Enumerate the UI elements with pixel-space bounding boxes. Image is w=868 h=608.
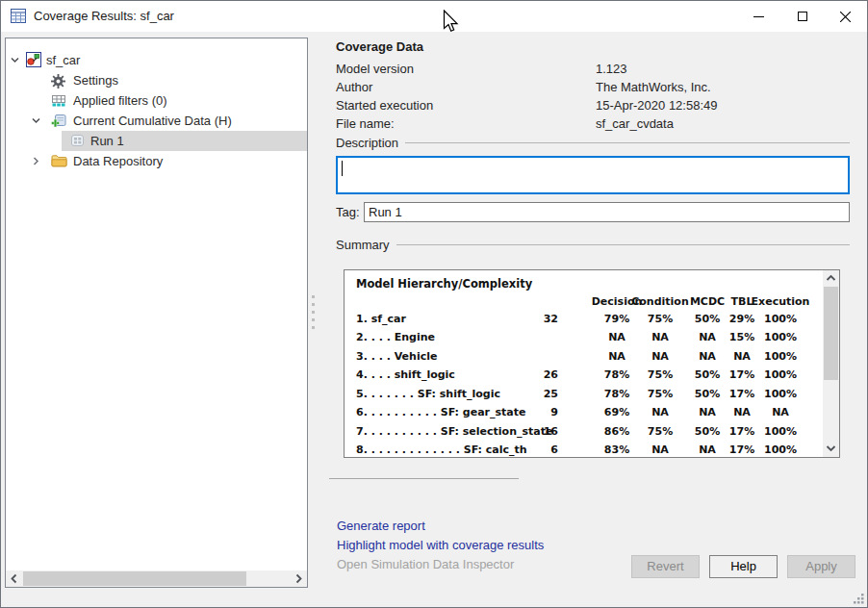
cell-decision: NA [608, 349, 625, 364]
row-name: 2. . . . Engine [356, 330, 435, 344]
links-divider [329, 478, 519, 479]
cell-complexity: 6 [518, 443, 558, 457]
tag-input[interactable]: Run 1 [364, 202, 850, 222]
cell-complexity: 26 [518, 367, 558, 382]
cell-condition: 75% [648, 312, 673, 326]
field-label: File name: [336, 114, 395, 133]
tree-item-run-1[interactable]: Run 1 [6, 131, 307, 151]
coverage-detail-panel: Coverage Data Model version 1.123 Author… [336, 32, 855, 608]
field-value: 15-Apr-2020 12:58:49 [596, 96, 717, 114]
tree-item-label: Run 1 [90, 134, 124, 148]
text-caret [342, 161, 343, 176]
cell-condition: 75% [648, 367, 673, 382]
scroll-up-icon[interactable] [825, 272, 837, 286]
summary-heading: Summary [336, 238, 390, 252]
maximize-button[interactable] [780, 1, 824, 32]
close-button[interactable] [824, 1, 867, 32]
chevron-right-icon[interactable] [31, 156, 41, 169]
row-name: 1. sf_car [356, 312, 406, 326]
minimize-button[interactable] [737, 1, 780, 32]
field-row: File name: sf_car_cvdata [336, 114, 850, 133]
cell-condition: 75% [648, 387, 673, 401]
revert-button[interactable]: Revert [631, 555, 700, 578]
cell-condition: NA [651, 405, 669, 419]
panel-splitter[interactable] [310, 295, 316, 340]
tree-item-label: Settings [73, 73, 118, 88]
results-tree: sf_car S [5, 38, 308, 588]
cell-execution: 100% [764, 387, 797, 401]
folder-icon [51, 154, 66, 167]
column-header: TBL [731, 295, 753, 308]
field-label: Started execution [336, 96, 433, 114]
tree-item-data-repository[interactable]: Data Repository [6, 151, 307, 171]
description-section-header: Description [336, 136, 850, 150]
row-name: 5. . . . . . . SF: shift_logic [356, 387, 500, 401]
cell-decision: 78% [604, 367, 629, 382]
tree-item-settings[interactable]: Settings [6, 70, 307, 90]
hscroll-thumb[interactable] [23, 571, 246, 586]
cell-tbl: 17% [729, 387, 754, 401]
cell-execution: 100% [764, 330, 797, 344]
cell-decision: 83% [604, 443, 629, 457]
scroll-down-icon[interactable] [825, 442, 837, 455]
help-button[interactable]: Help [709, 555, 778, 578]
cell-execution: 100% [764, 312, 797, 326]
cell-tbl: NA [733, 349, 751, 364]
description-input[interactable] [336, 156, 850, 194]
apply-button[interactable]: Apply [787, 555, 855, 578]
scroll-left-icon[interactable] [8, 572, 21, 585]
table-row: 8. . . . . . . . . . . . . SF: calc_th 6… [345, 443, 822, 457]
summary-table-title: Model Hierarchy/Complexity [356, 277, 532, 291]
coverage-data-heading: Coverage Data [336, 39, 423, 54]
scroll-right-icon[interactable] [292, 572, 305, 585]
cell-execution: 100% [764, 424, 797, 439]
field-value: The MathWorks, Inc. [596, 78, 711, 96]
vscroll-thumb[interactable] [824, 287, 838, 380]
cell-mcdc: 50% [695, 367, 720, 382]
filter-icon [51, 94, 66, 108]
column-header: Condition [631, 295, 689, 308]
chevron-down-icon[interactable] [31, 115, 41, 129]
close-icon [840, 12, 851, 22]
field-row: Model version 1.123 [336, 60, 850, 78]
cell-decision: 79% [604, 312, 629, 326]
summary-vertical-scrollbar[interactable] [823, 270, 839, 457]
field-row: Started execution 15-Apr-2020 12:58:49 [336, 96, 850, 114]
coverage-data-fields: Model version 1.123 Author The MathWorks… [336, 60, 850, 133]
summary-section-header: Summary [336, 238, 850, 252]
coverage-table-icon [11, 9, 26, 23]
cell-decision: 69% [604, 405, 629, 419]
table-row: 7. . . . . . . . . . SF: selection_state… [345, 424, 822, 439]
tag-label: Tag: [336, 205, 360, 219]
cell-mcdc: 50% [695, 387, 720, 401]
table-row: 2. . . . Engine NA NA NA 15% 100% [345, 330, 822, 344]
cell-mcdc: NA [699, 349, 716, 364]
tree-horizontal-scrollbar[interactable] [6, 570, 307, 587]
summary-table: Model Hierarchy/Complexity Decision Cond… [344, 269, 840, 458]
open-sdi-link[interactable]: Open Simulation Data Inspector [337, 557, 514, 571]
table-row: 3. . . . Vehicle NA NA NA NA 100% [345, 349, 822, 364]
cell-execution: 100% [764, 367, 797, 382]
row-name: 8. . . . . . . . . . . . . SF: calc_th [356, 443, 527, 457]
resize-grip-icon[interactable] [853, 593, 865, 605]
tree-item-applied-filters[interactable]: Applied filters (0) [6, 90, 307, 111]
cell-decision: 78% [604, 387, 629, 401]
cell-mcdc: 50% [695, 312, 720, 326]
chevron-down-icon[interactable] [10, 55, 20, 68]
minimize-icon [753, 12, 764, 22]
highlight-model-link[interactable]: Highlight model with coverage results [337, 538, 544, 552]
cell-execution: 100% [764, 443, 797, 457]
tree-item-sf-car[interactable]: sf_car [6, 50, 307, 70]
cell-mcdc: NA [699, 443, 716, 457]
cell-decision: NA [608, 330, 625, 344]
generate-report-link[interactable]: Generate report [337, 519, 425, 533]
cell-tbl: NA [733, 405, 751, 419]
tree-item-current-cumulative-data[interactable]: Current Cumulative Data (H) [6, 111, 307, 131]
window-controls [737, 1, 867, 32]
simulink-model-icon [26, 52, 41, 65]
section-divider [396, 244, 850, 245]
table-row: 1. sf_car 32 79% 75% 50% 29% 100% [345, 312, 822, 326]
field-value: sf_car_cvdata [596, 114, 674, 133]
run-icon [70, 134, 86, 147]
summary-header-row: Decision Condition MCDC TBL Execution [345, 295, 822, 309]
